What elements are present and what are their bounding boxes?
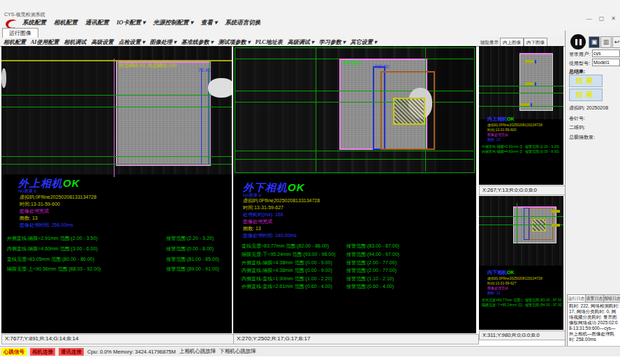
left-coordinate-bar: X:7677;Y:891;R:14;G:14;B:14 xyxy=(1,334,235,344)
tool-test-params[interactable]: 测试项参数 ▾ xyxy=(219,38,251,46)
tool-advanced-settings[interactable]: 高级设置 xyxy=(91,38,113,46)
preview-bottom-line: 图像处理完成 xyxy=(487,286,557,290)
model-label: 使用型号: xyxy=(569,60,590,67)
preview-bottom-coordinate-bar: X:311;Y:980;R:0;G:0;B:0 xyxy=(479,331,566,340)
tool-baseline-params[interactable]: 基准线参数 ▾ xyxy=(181,38,213,46)
left-white-object xyxy=(208,78,232,98)
window-controls: — ▢ ✕ xyxy=(586,15,616,22)
pin-number-label: 卷针号: xyxy=(569,115,585,122)
toolbar: 相机配置 AI使用配置 相机调试 高级设置 点检设置 ▾ 图像处理 ▾ 基准线参… xyxy=(3,38,377,46)
preview-bottom-image xyxy=(479,196,563,266)
menu-language[interactable]: 系统语言切换 xyxy=(225,19,260,27)
menu-camera-config[interactable]: 相机配置 xyxy=(54,19,78,27)
log-textbox[interactable]: 耗时: 222, 网络检测耗时: 17, 网络分类耗时: 0, 网络视频分类耗时… xyxy=(567,302,620,347)
measurement-row: 外侧直线-隔膜=4.38mm 范围:(0.00 - 9.00) xyxy=(242,259,332,266)
menu-system-config[interactable]: 系统配置 xyxy=(22,19,46,27)
camera-connect-badge: 相机连接 xyxy=(30,348,55,356)
camera-tool-button[interactable]: ▣ xyxy=(589,36,600,48)
grid-tool-button[interactable]: ▥ xyxy=(600,36,612,48)
menu-light-config[interactable]: 光源控制配置 ▾ xyxy=(153,19,193,27)
left-barcode: 虚拟码:0Ffline20250208133134728 xyxy=(20,194,96,201)
total-layer-count-label: 总极隔数量: xyxy=(569,134,595,141)
preview-top-meas: 报警范围:(2.20 - 3.20) xyxy=(525,144,561,149)
mid-ai-time: 处理耗时(ms): 166 xyxy=(243,211,283,218)
heartbeat-badge: 心跳信号 xyxy=(1,348,27,356)
preview-tab-inner-top[interactable]: 内上图像 xyxy=(500,38,524,46)
back-arrow-button[interactable]: ↩ xyxy=(612,36,620,48)
measurement-row: 直线宽度=83.77mm 范围:(82.00 - 88.00) xyxy=(242,243,329,250)
mid-done: 图像处理完成 xyxy=(243,218,272,225)
measurement-row: 直线宽度=83.05mm 范围:(80.00 - 86.00) xyxy=(7,256,94,263)
tool-ai-config[interactable]: AI使用配置 xyxy=(31,38,59,46)
alarm-range: 报警范围:(83.00 - 87.00) xyxy=(346,243,399,250)
mid-ai-label: AI检测区 xyxy=(342,59,362,66)
preview-bottom-line: 圈数: 13 xyxy=(487,291,557,295)
menu-comm-config[interactable]: 通讯配置 xyxy=(85,19,109,27)
tool-plc-table[interactable]: PLC地址表 xyxy=(256,38,283,46)
mid-time: 时间:13-31-59-627 xyxy=(243,204,283,211)
alarm-range: 报警范围:(2.20 - 3.20) xyxy=(166,235,214,242)
tool-learn-params[interactable]: 学习参数 ▾ xyxy=(319,38,346,46)
tool-camera-debug[interactable]: 相机调试 xyxy=(64,38,86,46)
left-time: 时间:13-31-59-600 xyxy=(20,201,60,208)
lower-camera-status: 下相机心跳故障 xyxy=(219,348,256,355)
left-proc-time: 图像处理时间: 256.00ms xyxy=(20,222,73,229)
tool-spot-check[interactable]: 点检设置 ▾ xyxy=(118,38,145,46)
left-camera-panel[interactable]: 静态阈值:93, 动态阈值:100 72.46 外上相机OK NG数量:0 虚拟… xyxy=(1,46,232,333)
tab-run-image[interactable]: 运行图像 xyxy=(2,28,38,38)
preview-header-label: 辅助显示 xyxy=(479,40,500,46)
tool-image-processing[interactable]: 图像处理 ▾ xyxy=(149,38,176,46)
measurement-row: 隔膜宽度-下=95.24mm 范围:(93.00 - 98.00) xyxy=(242,251,335,258)
left-threshold-label: 静态阈值:93, 动态阈值:100 xyxy=(119,62,177,69)
preview-top-panel[interactable]: 内上相机OK 虚拟码:0Ffline20250208133134728 时间:1… xyxy=(479,46,563,185)
menu-bar: 系统配置 相机配置 通讯配置 IO卡配置 ▾ 光源控制配置 ▾ 查看 ▾ 系统语… xyxy=(22,19,260,27)
comm-connect-badge: 通讯连接 xyxy=(59,348,84,356)
preview-top-meas: 内侧直线-隔膜=4.60mm 范围:(3.00 - 6.00) xyxy=(482,149,522,153)
preview-header: 辅助显示 内上图像 内下图像 xyxy=(479,36,564,46)
login-user-label: 登录用户: xyxy=(569,51,590,58)
preview-bottom-panel[interactable]: 内下相机OK 虚拟码:0Ffline20250208133134728 时间:1… xyxy=(479,196,563,330)
preview-tab-inner-bottom[interactable]: 内下图像 xyxy=(524,38,547,46)
virtual-code-value: 20250208 xyxy=(586,105,608,110)
mid-barcode: 虚拟码:0Ffline20250208133134728 xyxy=(243,197,320,204)
close-icon[interactable]: ✕ xyxy=(611,15,616,22)
preview-top-meas: 报警范围:(0.00 - 8.00) xyxy=(525,149,561,153)
tool-camera-config[interactable]: 相机配置 xyxy=(3,38,26,46)
alarm-range: 报警范围:(94.00 - 97.00) xyxy=(346,251,399,258)
preview-top-line: 图像处理完成 xyxy=(487,132,557,137)
tool-advanced-debug[interactable]: 高级调试 ▾ xyxy=(288,38,314,46)
result-badge-2: 结果 xyxy=(569,89,603,101)
preview-bottom-meas: 报警范围:(83.00 - 87.00) xyxy=(525,298,561,302)
alarm-range: 报警范围:(0.60 - 4.00) xyxy=(346,283,394,290)
preview-bottom-line: 虚拟码:0Ffline20250208133134728 xyxy=(487,276,557,280)
tool-other-settings[interactable]: 其它设置 ▾ xyxy=(350,38,377,46)
measurement-row: 内侧直线-隔膜=4.60mm 范围:(3.00 - 6.00) xyxy=(7,245,98,252)
measurement-row: 内侧直线-直线=1.90mm 范围:(1.00 - 2.20) xyxy=(242,275,332,282)
menu-view[interactable]: 查看 ▾ xyxy=(201,19,217,27)
measurement-row: 外侧直线-直线=2.61mm 范围:(0.60 - 4.00) xyxy=(242,283,332,290)
login-user-input[interactable] xyxy=(592,50,620,57)
alarm-range: 报警范围:(2.00 - 77.00) xyxy=(346,267,397,274)
mid-camera-panel[interactable]: AI检测区 723.80 外下相机OK NG数量:0 虚拟码:0Ffline20… xyxy=(233,46,476,333)
measurement-row: 内侧直线-隔膜=4.38mm 范围:(0.00 - 9.00) xyxy=(242,267,332,274)
alarm-range: 报警范围:(2.00 - 77.00) xyxy=(346,259,397,266)
maximize-icon[interactable]: ▢ xyxy=(599,15,605,22)
preview-top-line: 圈数: 13 xyxy=(487,137,557,142)
virtual-code-label: 虚拟码: 20250208 xyxy=(569,105,608,112)
left-turns: 圈数: 13 xyxy=(20,215,38,222)
preview-top-line: 虚拟码:0Ffline20250208133134728 xyxy=(487,123,557,127)
mid-camera-image: AI检测区 723.80 xyxy=(233,46,476,174)
preview-bottom-meas: 隔膜宽度-下=95.24mm 范围:(93.00 - 98.00) xyxy=(482,303,522,307)
pause-button[interactable] xyxy=(570,34,586,50)
preview-top-title: 内上相机OK xyxy=(487,116,515,123)
preview-bottom-meas: 直线宽度=83.77mm 范围:(82.00 - 88.00) xyxy=(482,298,522,302)
window-title: CYS-视觉检测系统 xyxy=(4,11,45,18)
measurement-row: 外侧直线-隔膜=2.91mm 范围:(2.00 - 3.50) xyxy=(7,235,98,242)
mid-proc-time: 图像处理时间: 140.00ms xyxy=(243,232,297,239)
model-input[interactable] xyxy=(592,59,620,66)
minimize-icon[interactable]: — xyxy=(586,15,592,22)
mid-yellow-rect xyxy=(393,98,425,125)
menu-io-config[interactable]: IO卡配置 ▾ xyxy=(117,19,145,27)
preview-top-line: 时间:13-31-59-600 xyxy=(487,128,557,132)
upper-camera-status: 上相机心跳故障 xyxy=(179,348,216,355)
